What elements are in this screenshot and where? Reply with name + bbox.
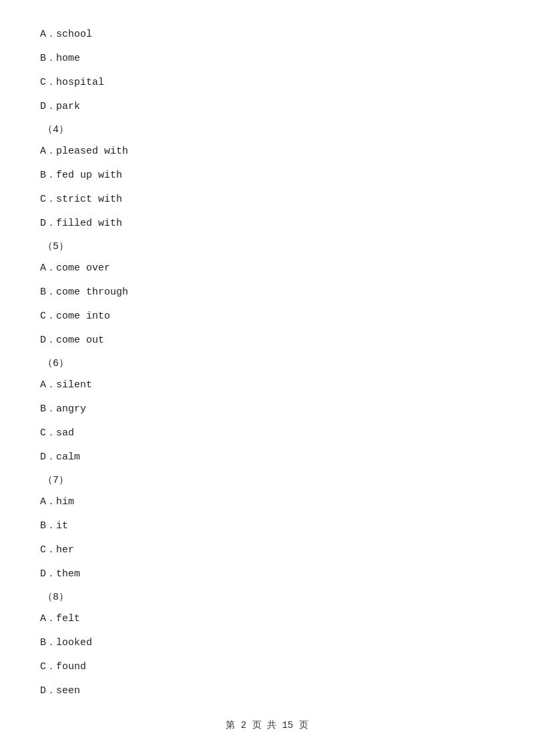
option-line: D．them [40,566,494,582]
option-line: D．park [40,99,494,115]
option-line: A．school [40,27,494,43]
section-number-3: （5） [40,240,494,252]
option-line: A．silent [40,377,494,393]
option-line: C．hospital [40,75,494,91]
option-line: C．come into [40,309,494,325]
option-line: B．angry [40,401,494,417]
option-line: C．her [40,542,494,558]
option-line: B．it [40,518,494,534]
option-line: A．pleased with [40,144,494,160]
option-line: B．come through [40,285,494,301]
option-line: A．come over [40,260,494,276]
option-line: A．him [40,494,494,510]
option-line: C．strict with [40,192,494,208]
option-line: C．found [40,659,494,675]
option-line: B．looked [40,635,494,651]
option-line: B．fed up with [40,168,494,184]
option-line: D．come out [40,333,494,349]
section-number-2: （4） [40,123,494,136]
page-footer: 第 2 页 共 15 页 [40,719,494,731]
section-number-5: （7） [40,474,494,486]
option-line: A．felt [40,611,494,627]
section-number-6: （8） [40,590,494,603]
option-line: B．home [40,51,494,67]
option-line: D．calm [40,449,494,465]
option-line: D．filled with [40,216,494,232]
section-number-4: （6） [40,357,494,369]
option-line: C．sad [40,425,494,441]
option-line: D．seen [40,683,494,699]
